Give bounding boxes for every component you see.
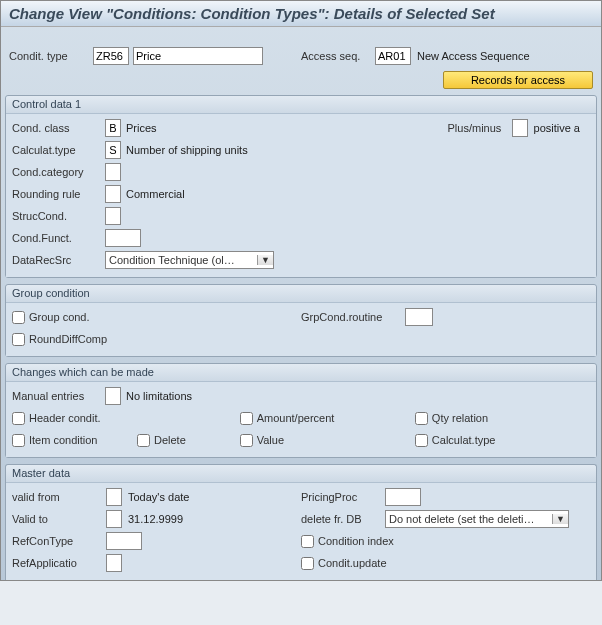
rounding-text: Commercial [126,188,185,200]
manual-entries-label: Manual entries [12,390,102,402]
group-control-data-1: Control data 1 Cond. class Prices Plus/m… [5,95,597,278]
plus-minus-label: Plus/minus [448,122,508,134]
manual-entries-input[interactable] [105,387,121,405]
calc-type-checkbox[interactable] [415,434,428,447]
group-cond-label: Group cond. [29,311,90,323]
grp-routine-input[interactable] [405,308,433,326]
item-condition-label: Item condition [29,434,119,446]
condit-update-label: Condit.update [318,557,387,569]
delete-db-select[interactable]: Do not delete (set the deleti… ▼ [385,510,569,528]
qty-relation-label: Qty relation [432,412,488,424]
valid-from-text: Today's date [128,491,189,503]
valid-from-label: valid from [12,491,102,503]
plus-minus-text: positive a [534,122,580,134]
pricing-proc-label: PricingProc [301,491,381,503]
calc-type-input[interactable] [105,141,121,159]
pricing-proc-input[interactable] [385,488,421,506]
amount-percent-checkbox[interactable] [240,412,253,425]
group-title-changes: Changes which can be made [6,364,596,382]
cond-class-input[interactable] [105,119,121,137]
qty-relation-checkbox[interactable] [415,412,428,425]
refapp-label: RefApplicatio [12,557,102,569]
group-title-master: Master data [6,465,596,483]
valid-to-label: Valid to [12,513,102,525]
delete-checkbox[interactable] [137,434,150,447]
cond-funct-label: Cond.Funct. [12,232,102,244]
refcon-type-label: RefConType [12,535,102,547]
struc-cond-input[interactable] [105,207,121,225]
amount-percent-label: Amount/percent [257,412,335,424]
manual-entries-text: No limitations [126,390,192,402]
group-group-condition: Group condition Group cond. GrpCond.rout… [5,284,597,357]
value-label: Value [257,434,284,446]
datarecsrc-select[interactable]: Condition Technique (ol… ▼ [105,251,274,269]
cond-class-label: Cond. class [12,122,102,134]
round-diff-label: RoundDiffComp [29,333,107,345]
cond-funct-input[interactable] [105,229,141,247]
access-seq-code-input[interactable] [375,47,411,65]
rounding-label: Rounding rule [12,188,102,200]
group-title-groupcond: Group condition [6,285,596,303]
group-title-control1: Control data 1 [6,96,596,114]
condit-type-code-input[interactable] [93,47,129,65]
condit-update-checkbox[interactable] [301,557,314,570]
struc-cond-label: StrucCond. [12,210,102,222]
cond-category-input[interactable] [105,163,121,181]
condit-type-desc-input[interactable] [133,47,263,65]
group-master-data: Master data valid from Today's date Pric… [5,464,597,580]
valid-to-text: 31.12.9999 [128,513,183,525]
item-condition-checkbox[interactable] [12,434,25,447]
records-for-access-button[interactable]: Records for access [443,71,593,89]
chevron-down-icon[interactable]: ▼ [552,514,568,524]
datarecsrc-label: DataRecSrc [12,254,102,266]
header-condit-checkbox[interactable] [12,412,25,425]
value-checkbox[interactable] [240,434,253,447]
access-seq-desc: New Access Sequence [417,50,530,62]
cond-category-label: Cond.category [12,166,102,178]
cond-class-text: Prices [126,122,157,134]
page-title: Change View "Conditions: Condition Types… [1,1,601,27]
refcon-type-input[interactable] [106,532,142,550]
round-diff-checkbox[interactable] [12,333,25,346]
refapp-input[interactable] [106,554,122,572]
delete-db-label: delete fr. DB [301,513,381,525]
calc-type-chk-label: Calculat.type [432,434,496,446]
valid-from-input[interactable] [106,488,122,506]
calc-type-label: Calculat.type [12,144,102,156]
calc-type-text: Number of shipping units [126,144,248,156]
grp-routine-label: GrpCond.routine [301,311,401,323]
group-cond-checkbox[interactable] [12,311,25,324]
header-condit-label: Header condit. [29,412,101,424]
condition-index-checkbox[interactable] [301,535,314,548]
group-changes: Changes which can be made Manual entries… [5,363,597,458]
access-seq-label: Access seq. [301,50,371,62]
valid-to-input[interactable] [106,510,122,528]
delete-label: Delete [154,434,186,446]
chevron-down-icon[interactable]: ▼ [257,255,273,265]
rounding-input[interactable] [105,185,121,203]
condition-index-label: Condition index [318,535,394,547]
condit-type-label: Condit. type [9,50,89,62]
plus-minus-input[interactable] [512,119,528,137]
